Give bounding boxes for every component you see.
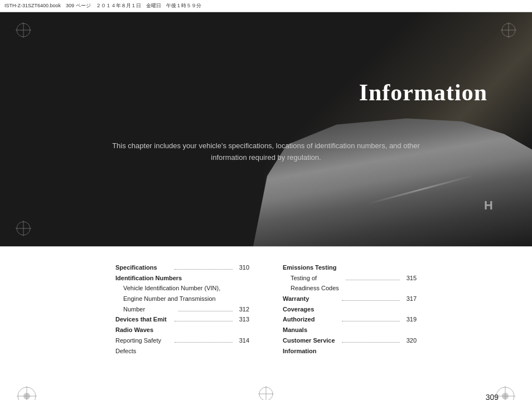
toc-emissions: Emissions Testing <box>283 262 417 273</box>
toc-vin-number-label: Number <box>123 304 177 315</box>
toc-vin-number: Number 312 <box>115 304 249 315</box>
toc-devices-label: Devices that Emit Radio Waves <box>115 314 173 335</box>
toc-area: Specifications 310 Identification Number… <box>0 247 532 367</box>
toc-customer-service-label: Customer Service Information <box>283 335 341 356</box>
toc-customer-service: Customer Service Information 320 <box>283 335 417 356</box>
toc-specifications-page: 310 <box>234 262 249 273</box>
main-header: H Information This chapter includes your… <box>0 12 532 246</box>
subtitle-line2: information required by regulation. <box>211 153 321 162</box>
car-image: H <box>253 90 532 246</box>
top-bar: ISTH-Z-31SZT6400.book 309 ページ ２０１４年８月１日 … <box>0 0 532 12</box>
toc-safety-label: Reporting Safety Defects <box>115 335 173 356</box>
reg-mark-top-left <box>16 22 31 38</box>
reg-mark-bottom-left <box>16 221 31 236</box>
toc-safety-page: 314 <box>234 335 249 346</box>
bottom-content: Specifications 310 Identification Number… <box>0 247 532 400</box>
toc-customer-dots <box>342 342 400 343</box>
subtitle-line1: This chapter includes your vehicle's spe… <box>112 142 420 150</box>
toc-safety: Reporting Safety Defects 314 <box>115 335 249 356</box>
toc-readiness-page: 315 <box>401 273 417 284</box>
toc-devices-page: 313 <box>234 314 249 325</box>
toc-customer-page: 320 <box>401 335 417 346</box>
svg-point-22 <box>502 393 509 399</box>
toc-warranty-page: 317 <box>401 294 417 304</box>
toc-warranty-dots <box>342 300 400 301</box>
subtitle: This chapter includes your vehicle's spe… <box>104 140 428 164</box>
toc-vin-line2-label: Engine Number and Transmission <box>123 294 249 304</box>
toc-devices: Devices that Emit Radio Waves 313 <box>115 314 249 335</box>
top-bar-text: ISTH-Z-31SZT6400.book 309 ページ ２０１４年８月１日 … <box>4 2 201 9</box>
bottom-reg-right <box>495 386 515 400</box>
toc-id-numbers: Identification Numbers <box>115 273 249 284</box>
toc-manuals: Authorized Manuals 319 <box>283 314 417 335</box>
toc-manuals-page: 319 <box>401 314 417 325</box>
toc-vin-line2: Engine Number and Transmission <box>115 294 249 304</box>
toc-specifications-label: Specifications <box>115 262 173 273</box>
toc-vin-page: 312 <box>234 304 249 315</box>
toc-safety-dots <box>175 342 233 343</box>
svg-point-15 <box>23 393 30 399</box>
toc-emissions-label: Emissions Testing <box>283 262 417 273</box>
page-title: Information <box>359 79 487 106</box>
toc-specifications-dots <box>175 269 233 270</box>
toc-vin-line1-label: Vehicle Identification Number (VIN), <box>123 283 249 294</box>
toc-readiness: Testing of Readiness Codes 315 <box>283 273 417 294</box>
toc-warranty-label: Warranty Coverages <box>283 294 341 314</box>
toc-left-column: Specifications 310 Identification Number… <box>115 262 249 356</box>
bottom-reg-left <box>17 386 37 400</box>
toc-warranty: Warranty Coverages 317 <box>283 294 417 314</box>
toc-devices-dots <box>175 321 233 321</box>
toc-readiness-label: Testing of Readiness Codes <box>291 273 345 294</box>
toc-id-numbers-label: Identification Numbers <box>115 273 234 284</box>
bottom-reg-center <box>258 386 274 400</box>
toc-vin-line1: Vehicle Identification Number (VIN), <box>115 283 249 294</box>
toc-specifications: Specifications 310 <box>115 262 249 273</box>
toc-right-column: Emissions Testing Testing of Readiness C… <box>283 262 417 356</box>
toc-manuals-dots <box>342 321 400 321</box>
toc-vin-dots <box>178 311 233 311</box>
bottom-reg-marks <box>0 386 532 400</box>
toc-readiness-dots <box>346 280 400 280</box>
toc-manuals-label: Authorized Manuals <box>283 314 341 335</box>
